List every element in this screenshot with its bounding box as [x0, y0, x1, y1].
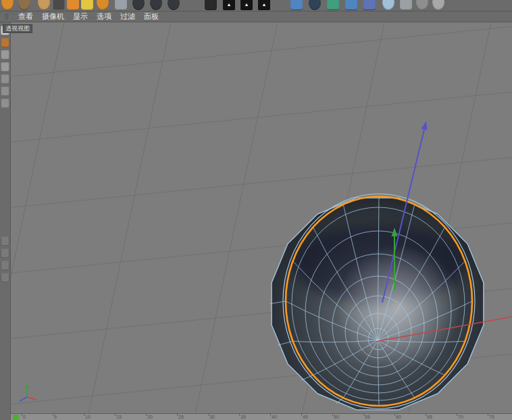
timeline-tick: 55 [365, 415, 370, 420]
timeline-tick: 65 [427, 415, 432, 420]
render-picture-viewer-icon[interactable] [150, 0, 162, 10]
timeline-tick: 75 [489, 415, 494, 420]
live-selection-icon[interactable] [38, 0, 50, 10]
timeline-tick: 40 [272, 415, 277, 420]
undo-icon[interactable] [1, 0, 14, 10]
enable-axis-icon[interactable] [1, 236, 9, 246]
workplane-mode-icon[interactable] [1, 62, 9, 72]
timeline-tick: 30 [209, 415, 215, 420]
polygon-mode-icon[interactable] [1, 99, 9, 108]
instance-array-icon[interactable] [345, 0, 357, 10]
last-tool-icon[interactable] [97, 0, 109, 10]
timeline-tick: 70 [458, 415, 463, 420]
menu-options[interactable]: 选项 [97, 11, 111, 22]
render-all-icon[interactable]: ▲ [258, 0, 270, 10]
move-tool-icon[interactable] [53, 0, 65, 10]
interactive-render-region-icon[interactable]: ▲ [223, 0, 235, 10]
redo-icon[interactable] [18, 0, 30, 10]
point-mode-icon[interactable] [1, 74, 9, 84]
camera-icon[interactable] [400, 0, 412, 10]
timeline-ruler[interactable]: 051015202530354045505560657075 [11, 413, 512, 420]
viewport-canvas[interactable] [11, 22, 512, 413]
material-icon[interactable] [432, 0, 444, 10]
timeline-tick: 25 [178, 415, 184, 420]
timeline-tick: 50 [334, 415, 339, 420]
environment-icon[interactable] [382, 0, 394, 10]
render-view-icon[interactable] [132, 0, 145, 10]
render-settings-icon[interactable] [168, 0, 180, 10]
timeline-tick: 10 [85, 415, 91, 420]
menu-grip-icon[interactable]: ⣿ [2, 14, 11, 20]
coordinate-system-icon[interactable] [115, 0, 127, 10]
workplane-snap-icon[interactable] [1, 273, 9, 282]
cinema4d-window: ▲▲▲ ⣿ 查看摄像机显示选项过滤面板 [0, 0, 512, 420]
menu-filter[interactable]: 过滤 [120, 11, 135, 22]
menu-display[interactable]: 显示 [73, 11, 88, 22]
primitive-cube-icon[interactable] [290, 0, 303, 10]
viewport-label[interactable]: 透视视图 [3, 24, 32, 33]
subdivision-surface-icon[interactable] [327, 0, 339, 10]
timeline-tick: 0 [23, 415, 26, 420]
timeline-tick: 35 [240, 415, 246, 420]
scale-tool-icon[interactable] [67, 0, 79, 10]
menu-view[interactable]: 查看 [18, 11, 33, 22]
top-toolbar: ▲▲▲ [0, 0, 512, 11]
model-mode-icon[interactable] [1, 38, 9, 47]
menu-camera[interactable]: 摄像机 [42, 11, 64, 22]
spline-pen-icon[interactable] [309, 0, 321, 10]
menu-panel[interactable]: 面板 [144, 11, 159, 22]
edge-mode-icon[interactable] [1, 86, 9, 96]
timeline-tick: 20 [147, 415, 153, 420]
render-team-icon[interactable]: ▲ [240, 0, 253, 10]
timeline-tick: 60 [396, 415, 401, 420]
texture-mode-icon[interactable] [1, 50, 9, 59]
timeline-tick: 45 [303, 415, 308, 420]
render-queue-icon[interactable] [205, 0, 217, 10]
timeline-playhead[interactable] [13, 415, 19, 420]
left-toolbar [0, 22, 11, 420]
snap-icon[interactable] [1, 261, 9, 270]
viewport-solo-icon[interactable] [1, 248, 9, 258]
timeline-tick: 15 [116, 415, 122, 420]
deformer-icon[interactable] [363, 0, 376, 10]
timeline-tick: 5 [54, 415, 57, 420]
perspective-viewport[interactable] [11, 22, 512, 413]
light-icon[interactable] [416, 0, 428, 10]
viewport-menubar: ⣿ 查看摄像机显示选项过滤面板 [0, 11, 512, 22]
rotate-tool-icon[interactable] [81, 0, 93, 10]
menubar-items: 查看摄像机显示选项过滤面板 [18, 11, 159, 22]
